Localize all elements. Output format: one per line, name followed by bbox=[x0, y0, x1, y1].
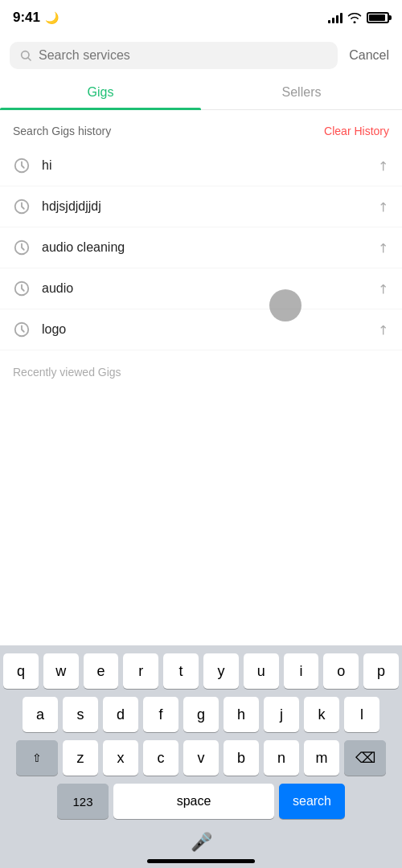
delete-key[interactable]: ⌫ bbox=[344, 740, 386, 776]
wifi-icon bbox=[347, 12, 362, 23]
search-icon bbox=[19, 49, 32, 62]
history-item-text: logo bbox=[42, 322, 367, 337]
key-g[interactable]: g bbox=[183, 697, 219, 732]
cancel-button[interactable]: Cancel bbox=[346, 45, 392, 66]
tab-sellers[interactable]: Sellers bbox=[201, 76, 402, 109]
key-k[interactable]: k bbox=[304, 697, 339, 732]
battery-icon bbox=[367, 12, 389, 23]
key-q[interactable]: q bbox=[3, 653, 39, 689]
numbers-key[interactable]: 123 bbox=[57, 784, 109, 819]
space-key[interactable]: space bbox=[113, 784, 274, 819]
list-item[interactable]: hi ↗ bbox=[0, 145, 402, 186]
status-icons bbox=[328, 12, 389, 23]
search-input[interactable] bbox=[39, 48, 328, 63]
key-w[interactable]: w bbox=[43, 653, 79, 689]
clock-icon bbox=[13, 198, 31, 215]
status-bar: 9:41 🌙 bbox=[0, 0, 402, 35]
key-j[interactable]: j bbox=[264, 697, 299, 732]
history-item-text: hdjsjdjdjjdj bbox=[42, 199, 367, 214]
key-u[interactable]: u bbox=[244, 653, 279, 689]
list-item[interactable]: logo ↗ bbox=[0, 309, 402, 350]
key-d[interactable]: d bbox=[103, 697, 138, 732]
arrow-icon: ↗ bbox=[375, 321, 393, 339]
key-r[interactable]: r bbox=[123, 653, 158, 689]
history-item-text: hi bbox=[42, 158, 367, 173]
key-t[interactable]: t bbox=[163, 653, 199, 689]
tabs-container: Gigs Sellers bbox=[0, 76, 402, 110]
key-o[interactable]: o bbox=[323, 653, 359, 689]
key-f[interactable]: f bbox=[143, 697, 178, 732]
key-z[interactable]: z bbox=[63, 740, 98, 776]
arrow-icon: ↗ bbox=[375, 280, 393, 298]
keyboard-row-3: ⇧ z x c v b n m ⌫ bbox=[3, 740, 399, 776]
key-x[interactable]: x bbox=[103, 740, 138, 776]
key-a[interactable]: a bbox=[23, 697, 58, 732]
recently-viewed-section: Recently viewed Gigs bbox=[0, 350, 402, 384]
history-title: Search Gigs history bbox=[13, 125, 111, 137]
clock-icon bbox=[13, 321, 31, 338]
list-item[interactable]: audio ↗ bbox=[0, 268, 402, 309]
arrow-icon: ↗ bbox=[375, 239, 393, 257]
keyboard-row-2: a s d f g h j k l bbox=[3, 697, 399, 732]
list-item[interactable]: audio cleaning ↗ bbox=[0, 227, 402, 268]
search-key[interactable]: search bbox=[279, 784, 345, 819]
tab-gigs[interactable]: Gigs bbox=[0, 76, 201, 109]
history-list: hi ↗ hdjsjdjdjjdj ↗ audio cleaning ↗ aud… bbox=[0, 145, 402, 350]
key-y[interactable]: y bbox=[203, 653, 239, 689]
history-item-text: audio cleaning bbox=[42, 240, 367, 255]
key-m[interactable]: m bbox=[304, 740, 339, 776]
key-c[interactable]: c bbox=[143, 740, 178, 776]
signal-icon bbox=[328, 12, 343, 23]
keyboard-row-4: 123 space search bbox=[3, 784, 399, 819]
key-n[interactable]: n bbox=[264, 740, 299, 776]
list-item[interactable]: hdjsjdjdjjdj ↗ bbox=[0, 186, 402, 227]
key-i[interactable]: i bbox=[284, 653, 319, 689]
key-l[interactable]: l bbox=[344, 697, 379, 732]
moon-icon: 🌙 bbox=[45, 11, 59, 24]
search-input-wrapper[interactable] bbox=[10, 42, 338, 69]
home-indicator bbox=[147, 859, 255, 863]
key-b[interactable]: b bbox=[224, 740, 259, 776]
arrow-icon: ↗ bbox=[375, 157, 393, 175]
keyboard-bottom-bar: 🎤 bbox=[3, 827, 399, 856]
arrow-icon: ↗ bbox=[375, 198, 393, 216]
history-item-text: audio bbox=[42, 281, 367, 296]
history-header: Search Gigs history Clear History bbox=[0, 110, 402, 145]
clock-icon bbox=[13, 239, 31, 256]
key-e[interactable]: e bbox=[84, 653, 119, 689]
microphone-icon[interactable]: 🎤 bbox=[191, 832, 212, 853]
clock-icon bbox=[13, 280, 31, 297]
status-time: 9:41 bbox=[13, 10, 40, 26]
clock-icon bbox=[13, 157, 31, 174]
shift-key[interactable]: ⇧ bbox=[16, 740, 58, 776]
keyboard-row-1: q w e r t y u i o p bbox=[3, 653, 399, 689]
recently-viewed-label: Recently viewed Gigs bbox=[13, 366, 121, 379]
key-h[interactable]: h bbox=[224, 697, 259, 732]
key-s[interactable]: s bbox=[63, 697, 98, 732]
keyboard: q w e r t y u i o p a s d f g h j k l ⇧ … bbox=[0, 645, 402, 868]
key-v[interactable]: v bbox=[183, 740, 219, 776]
key-p[interactable]: p bbox=[363, 653, 399, 689]
search-bar: Cancel bbox=[0, 35, 402, 76]
clear-history-button[interactable]: Clear History bbox=[324, 125, 389, 137]
